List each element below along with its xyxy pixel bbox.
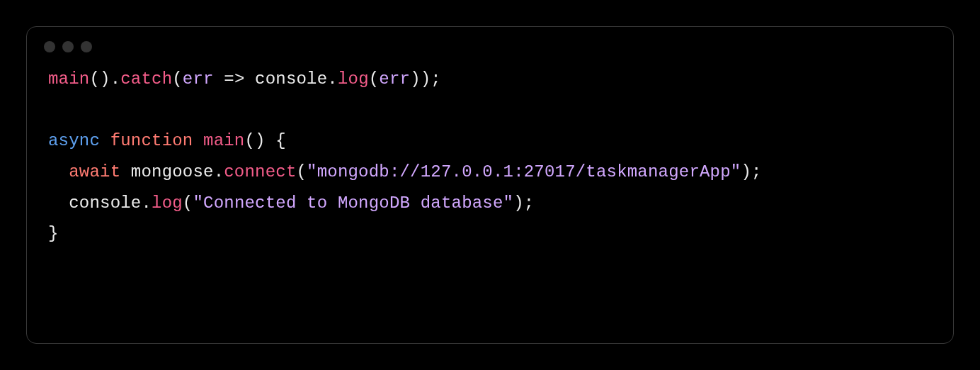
- token-method: log: [152, 194, 183, 213]
- code-line: console.log("Connected to MongoDB databa…: [48, 188, 932, 219]
- token-space: [193, 131, 203, 150]
- close-icon[interactable]: [44, 41, 55, 52]
- token-punct: );: [741, 162, 761, 181]
- code-line: main().catch(err => console.log(err));: [48, 64, 932, 95]
- token-method: connect: [224, 162, 296, 181]
- code-block: main().catch(err => console.log(err)); a…: [27, 52, 953, 271]
- minimize-icon[interactable]: [62, 41, 74, 52]
- token-ident: console: [255, 69, 327, 89]
- token-param: err: [183, 69, 214, 89]
- token-function-call: main: [48, 69, 89, 89]
- code-window: main().catch(err => console.log(err)); a…: [26, 26, 954, 344]
- token-param: err: [379, 69, 410, 89]
- token-punct: ));: [410, 69, 441, 89]
- maximize-icon[interactable]: [81, 41, 92, 52]
- token-punct: (: [369, 69, 380, 89]
- token-space: [100, 131, 110, 150]
- token-keyword: await: [69, 162, 120, 181]
- token-ident: mongoose.: [120, 162, 224, 181]
- code-line: async function main() {: [48, 125, 932, 157]
- token-punct: }: [48, 224, 59, 243]
- token-keyword: function: [110, 131, 193, 150]
- code-line: }: [48, 218, 932, 250]
- token-indent: [48, 162, 69, 181]
- token-punct: =>: [214, 69, 255, 89]
- window-titlebar: [27, 27, 953, 52]
- token-ident: console: [69, 194, 141, 213]
- token-method: catch: [120, 69, 172, 89]
- token-punct: (: [183, 194, 193, 213]
- token-punct: .: [141, 194, 152, 213]
- token-string: "mongodb://127.0.0.1:27017/taskmanagerAp…: [307, 162, 741, 181]
- token-indent: [48, 194, 69, 213]
- token-funcname: main: [203, 131, 244, 150]
- token-punct: (: [172, 69, 183, 89]
- token-method: log: [338, 69, 369, 89]
- token-punct: );: [513, 194, 534, 213]
- token-punct: .: [327, 69, 338, 89]
- code-line: await mongoose.connect("mongodb://127.0.…: [48, 157, 932, 188]
- token-keyword: async: [48, 131, 100, 150]
- token-punct: ().: [89, 69, 120, 89]
- token-punct: (: [296, 162, 307, 181]
- token-string: "Connected to MongoDB database": [193, 194, 513, 213]
- token-punct: () {: [244, 131, 285, 150]
- blank-line: [48, 95, 932, 126]
